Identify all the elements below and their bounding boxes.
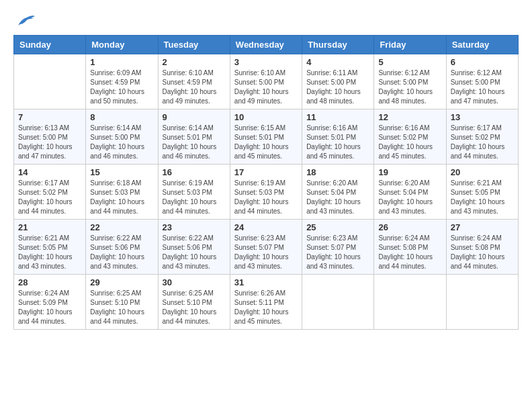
calendar-cell: 23Sunrise: 6:22 AM Sunset: 5:06 PM Dayli…	[158, 220, 230, 275]
calendar-cell: 27Sunrise: 6:24 AM Sunset: 5:08 PM Dayli…	[446, 220, 518, 275]
day-number: 5	[378, 57, 441, 67]
day-number: 13	[451, 112, 514, 122]
day-info: Sunrise: 6:26 AM Sunset: 5:11 PM Dayligh…	[234, 289, 298, 326]
logo-bird-icon	[15, 13, 35, 28]
day-number: 2	[163, 57, 226, 67]
day-number: 31	[234, 277, 298, 287]
day-info: Sunrise: 6:22 AM Sunset: 5:06 PM Dayligh…	[163, 234, 226, 271]
calendar-header-monday: Monday	[86, 36, 158, 54]
day-info: Sunrise: 6:16 AM Sunset: 5:02 PM Dayligh…	[378, 124, 441, 161]
calendar-cell: 7Sunrise: 6:13 AM Sunset: 5:00 PM Daylig…	[14, 109, 86, 165]
calendar-cell: 5Sunrise: 6:12 AM Sunset: 5:00 PM Daylig…	[374, 54, 446, 109]
day-info: Sunrise: 6:24 AM Sunset: 5:08 PM Dayligh…	[378, 234, 441, 271]
day-number: 10	[234, 112, 298, 122]
day-info: Sunrise: 6:23 AM Sunset: 5:07 PM Dayligh…	[306, 234, 369, 271]
calendar-cell: 2Sunrise: 6:10 AM Sunset: 4:59 PM Daylig…	[158, 54, 230, 109]
day-number: 30	[163, 277, 226, 287]
calendar-cell: 21Sunrise: 6:21 AM Sunset: 5:05 PM Dayli…	[14, 220, 86, 275]
day-info: Sunrise: 6:17 AM Sunset: 5:02 PM Dayligh…	[451, 124, 514, 161]
day-number: 6	[451, 57, 514, 67]
day-info: Sunrise: 6:19 AM Sunset: 5:03 PM Dayligh…	[234, 179, 298, 216]
calendar-week-row: 7Sunrise: 6:13 AM Sunset: 5:00 PM Daylig…	[14, 109, 519, 165]
calendar-week-row: 1Sunrise: 6:09 AM Sunset: 4:59 PM Daylig…	[14, 54, 519, 109]
day-number: 1	[90, 57, 153, 67]
day-info: Sunrise: 6:22 AM Sunset: 5:06 PM Dayligh…	[90, 234, 153, 271]
calendar-cell: 18Sunrise: 6:20 AM Sunset: 5:04 PM Dayli…	[302, 165, 374, 220]
day-info: Sunrise: 6:16 AM Sunset: 5:01 PM Dayligh…	[306, 124, 369, 161]
logo	[13, 13, 38, 28]
day-info: Sunrise: 6:25 AM Sunset: 5:10 PM Dayligh…	[90, 289, 153, 326]
day-info: Sunrise: 6:17 AM Sunset: 5:02 PM Dayligh…	[18, 179, 81, 216]
calendar-header-friday: Friday	[374, 36, 446, 54]
day-info: Sunrise: 6:21 AM Sunset: 5:05 PM Dayligh…	[451, 179, 514, 216]
calendar-cell: 8Sunrise: 6:14 AM Sunset: 5:00 PM Daylig…	[86, 109, 158, 165]
day-number: 11	[306, 112, 369, 122]
calendar-cell: 3Sunrise: 6:10 AM Sunset: 5:00 PM Daylig…	[230, 54, 302, 109]
calendar-header-saturday: Saturday	[446, 36, 518, 54]
day-number: 18	[306, 167, 369, 177]
day-info: Sunrise: 6:13 AM Sunset: 5:00 PM Dayligh…	[18, 124, 81, 161]
day-info: Sunrise: 6:24 AM Sunset: 5:09 PM Dayligh…	[18, 289, 81, 326]
calendar-cell: 29Sunrise: 6:25 AM Sunset: 5:10 PM Dayli…	[86, 275, 158, 330]
day-info: Sunrise: 6:14 AM Sunset: 5:00 PM Dayligh…	[90, 124, 153, 161]
calendar-cell: 28Sunrise: 6:24 AM Sunset: 5:09 PM Dayli…	[14, 275, 86, 330]
day-number: 17	[234, 167, 298, 177]
day-number: 26	[378, 222, 441, 232]
calendar-cell: 12Sunrise: 6:16 AM Sunset: 5:02 PM Dayli…	[374, 109, 446, 165]
day-number: 29	[90, 277, 153, 287]
day-info: Sunrise: 6:11 AM Sunset: 5:00 PM Dayligh…	[306, 68, 369, 106]
day-number: 20	[451, 167, 514, 177]
calendar-cell: 14Sunrise: 6:17 AM Sunset: 5:02 PM Dayli…	[14, 165, 86, 220]
day-number: 3	[234, 57, 298, 67]
calendar-table: SundayMondayTuesdayWednesdayThursdayFrid…	[13, 35, 519, 330]
day-number: 16	[163, 167, 226, 177]
day-number: 7	[18, 112, 81, 122]
calendar-cell: 15Sunrise: 6:18 AM Sunset: 5:03 PM Dayli…	[86, 165, 158, 220]
calendar-cell	[446, 275, 518, 330]
day-info: Sunrise: 6:24 AM Sunset: 5:08 PM Dayligh…	[451, 234, 514, 271]
calendar-header-thursday: Thursday	[302, 36, 374, 54]
day-number: 25	[306, 222, 369, 232]
day-number: 23	[163, 222, 226, 232]
calendar-header-row: SundayMondayTuesdayWednesdayThursdayFrid…	[14, 36, 519, 54]
calendar-cell: 19Sunrise: 6:20 AM Sunset: 5:04 PM Dayli…	[374, 165, 446, 220]
calendar-cell: 4Sunrise: 6:11 AM Sunset: 5:00 PM Daylig…	[302, 54, 374, 109]
day-info: Sunrise: 6:15 AM Sunset: 5:01 PM Dayligh…	[234, 124, 298, 161]
day-info: Sunrise: 6:18 AM Sunset: 5:03 PM Dayligh…	[90, 179, 153, 216]
calendar-header-tuesday: Tuesday	[158, 36, 230, 54]
day-info: Sunrise: 6:20 AM Sunset: 5:04 PM Dayligh…	[378, 179, 441, 216]
day-number: 4	[306, 57, 369, 67]
calendar-cell	[14, 54, 86, 109]
calendar-header-wednesday: Wednesday	[230, 36, 302, 54]
day-number: 14	[18, 167, 81, 177]
day-number: 15	[90, 167, 153, 177]
day-info: Sunrise: 6:12 AM Sunset: 5:00 PM Dayligh…	[451, 68, 514, 106]
day-info: Sunrise: 6:14 AM Sunset: 5:01 PM Dayligh…	[163, 124, 226, 161]
calendar-cell: 22Sunrise: 6:22 AM Sunset: 5:06 PM Dayli…	[86, 220, 158, 275]
day-info: Sunrise: 6:21 AM Sunset: 5:05 PM Dayligh…	[18, 234, 81, 271]
calendar-cell: 9Sunrise: 6:14 AM Sunset: 5:01 PM Daylig…	[158, 109, 230, 165]
calendar-cell	[302, 275, 374, 330]
day-info: Sunrise: 6:20 AM Sunset: 5:04 PM Dayligh…	[306, 179, 369, 216]
day-number: 12	[378, 112, 441, 122]
day-info: Sunrise: 6:19 AM Sunset: 5:03 PM Dayligh…	[163, 179, 226, 216]
calendar-header-sunday: Sunday	[14, 36, 86, 54]
day-number: 19	[378, 167, 441, 177]
day-info: Sunrise: 6:23 AM Sunset: 5:07 PM Dayligh…	[234, 234, 298, 271]
day-number: 28	[18, 277, 81, 287]
calendar-cell: 11Sunrise: 6:16 AM Sunset: 5:01 PM Dayli…	[302, 109, 374, 165]
calendar-cell: 24Sunrise: 6:23 AM Sunset: 5:07 PM Dayli…	[230, 220, 302, 275]
calendar-week-row: 14Sunrise: 6:17 AM Sunset: 5:02 PM Dayli…	[14, 165, 519, 220]
calendar-cell: 6Sunrise: 6:12 AM Sunset: 5:00 PM Daylig…	[446, 54, 518, 109]
day-number: 9	[163, 112, 226, 122]
day-number: 21	[18, 222, 81, 232]
calendar-cell: 20Sunrise: 6:21 AM Sunset: 5:05 PM Dayli…	[446, 165, 518, 220]
calendar-cell: 26Sunrise: 6:24 AM Sunset: 5:08 PM Dayli…	[374, 220, 446, 275]
calendar-cell: 10Sunrise: 6:15 AM Sunset: 5:01 PM Dayli…	[230, 109, 302, 165]
day-number: 24	[234, 222, 298, 232]
calendar-cell: 25Sunrise: 6:23 AM Sunset: 5:07 PM Dayli…	[302, 220, 374, 275]
day-number: 27	[451, 222, 514, 232]
calendar-cell: 30Sunrise: 6:25 AM Sunset: 5:10 PM Dayli…	[158, 275, 230, 330]
page-header	[13, 13, 519, 28]
day-number: 22	[90, 222, 153, 232]
